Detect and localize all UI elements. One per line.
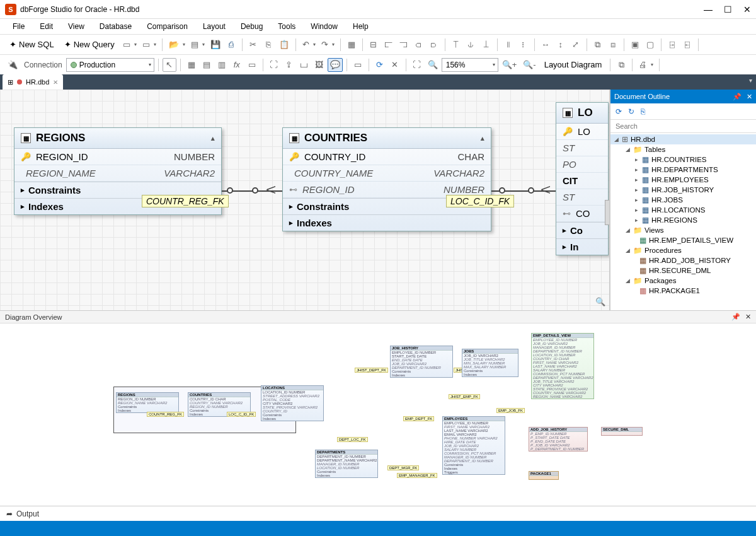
menu-tools[interactable]: Tools	[272, 20, 302, 33]
fk-label-countr-reg[interactable]: COUNTR_REG_FK	[142, 195, 229, 207]
entity-countries[interactable]: ▦COUNTRIES▴ 🔑COUNTRY_IDCHAR COUNTRY_NAME…	[282, 127, 491, 231]
refresh-icon[interactable]: ⟳	[616, 107, 622, 116]
size-h-icon[interactable]: ↕	[554, 38, 568, 52]
view-tool-icon[interactable]: ▤	[200, 58, 214, 72]
tree-item[interactable]: ▸▦HR.REGIONS	[610, 215, 756, 225]
align-b-icon[interactable]: ⟘	[479, 38, 493, 52]
save-button[interactable]: 💾	[208, 38, 223, 52]
fk-label-loc-c-id[interactable]: LOC_C_ID_FK	[446, 195, 514, 207]
tree-item[interactable]: ▸▦HR.DEPARTMENTS	[610, 165, 756, 175]
fx-icon[interactable]: fx	[230, 58, 244, 72]
tree-root[interactable]: ◢⊞HR.dbd	[610, 134, 756, 144]
ov-emp-details[interactable]: EMP_DETAILS_VIEW EMPLOYEE_ID NUMBER JOB_…	[531, 333, 594, 399]
tree-folder-packages[interactable]: ◢📁Packages	[610, 276, 756, 286]
grid-tool-icon[interactable]: ▥	[215, 58, 229, 72]
tree-folder-views[interactable]: ◢📁Views	[610, 225, 756, 235]
crop-icon[interactable]: ⛶	[267, 58, 281, 72]
align-top-icon[interactable]: ⫏	[412, 38, 426, 52]
align-t-icon[interactable]: ⟙	[449, 38, 463, 52]
entity-locations-partial[interactable]: ▦LO 🔑LO ST PO CIT ST ⊷CO Co In	[556, 102, 609, 255]
refresh-icon[interactable]: ⟳	[373, 58, 387, 72]
ov-regions[interactable]: REGIONS REGION_ID NUMBER REGION_NAME VAR…	[116, 392, 179, 413]
stamp-icon[interactable]: ⌴	[297, 58, 311, 72]
menu-edit[interactable]: Edit	[33, 20, 59, 33]
send-back-icon[interactable]: ▢	[643, 38, 657, 52]
pin-icon[interactable]: 📌	[731, 313, 740, 321]
tree-item[interactable]: ▸▦HR.EMPLOYEES	[610, 175, 756, 185]
zoom-fit-icon[interactable]: ⛶	[410, 58, 424, 72]
locate-icon[interactable]: ⎘	[641, 107, 645, 116]
menu-file[interactable]: File	[6, 20, 31, 33]
print-icon[interactable]: 🖨	[636, 58, 655, 72]
align-m-icon[interactable]: ⫝	[464, 38, 478, 52]
panel-close-icon[interactable]: ✕	[747, 93, 752, 101]
diagram-overview[interactable]: REGIONS REGION_ID NUMBER REGION_NAME VAR…	[0, 323, 756, 506]
minimize-button[interactable]: —	[704, 4, 713, 15]
magnifier-icon[interactable]: 🔍	[425, 58, 440, 72]
close-button[interactable]: ✕	[743, 4, 751, 15]
tree-item[interactable]: ▸▦HR.LOCATIONS	[610, 205, 756, 215]
output-panel-tab[interactable]: ➦ Output	[0, 506, 756, 521]
new2-dropdown[interactable]: ▭	[140, 38, 158, 52]
collapse-icon[interactable]: ▴	[481, 134, 484, 143]
distribute-h-icon[interactable]: ⫴	[501, 38, 515, 52]
align-left-icon[interactable]: ⊟	[367, 38, 381, 52]
ov-departments[interactable]: DEPARTMENTS DEPARTMENT_ID NUMBER DEPARTM…	[315, 450, 378, 478]
tab-hrdbd[interactable]: ⊞ HR.dbd ✕	[3, 74, 63, 90]
connection-combo[interactable]: Production	[66, 58, 154, 72]
tree-item[interactable]: ▦HR.ADD_JOB_HISTORY	[610, 255, 756, 265]
tree-item[interactable]: ▦HR.PACKAGE1	[610, 286, 756, 296]
package-tool-icon[interactable]: ▭	[245, 58, 259, 72]
ov-package1[interactable]: PACKAGE1	[529, 471, 559, 480]
undo-button[interactable]: ↶	[300, 38, 318, 52]
comment-icon[interactable]: 💬	[328, 58, 343, 72]
cut-button[interactable]: ✂	[246, 38, 260, 52]
ov-jobs[interactable]: JOBS JOB_ID VARCHAR2 JOB_TITLE VARCHAR2 …	[462, 349, 518, 377]
link-icon[interactable]: ⍈	[665, 38, 679, 52]
section-constraints[interactable]: Co	[556, 222, 608, 238]
menu-window[interactable]: Window	[304, 20, 344, 33]
image-icon[interactable]: 🖼	[312, 58, 326, 72]
menu-view[interactable]: View	[62, 20, 91, 33]
ungroup-icon[interactable]: ⧈	[606, 38, 620, 52]
tree-folder-procedures[interactable]: ◢📁Procedures	[610, 245, 756, 255]
bring-front-icon[interactable]: ▣	[628, 38, 642, 52]
outline-tree[interactable]: ◢⊞HR.dbd ◢📁Tables ▸▦HR.COUNTRIES ▸▦HR.DE…	[610, 133, 756, 310]
align-v-icon[interactable]: ⫐	[427, 38, 441, 52]
link2-icon[interactable]: ⍇	[680, 38, 694, 52]
ov-locations[interactable]: LOCATIONS LOCATION_ID NUMBER STREET_ADDR…	[261, 385, 324, 421]
tree-item[interactable]: ▸▦HR.JOBS	[610, 195, 756, 205]
zoom-combo[interactable]: 156%	[442, 58, 498, 72]
align-center-icon[interactable]: ⫍	[382, 38, 396, 52]
layout-diagram-button[interactable]: Layout Diagram	[540, 58, 607, 72]
table-tool-icon[interactable]: ▦	[185, 58, 198, 72]
menu-layout[interactable]: Layout	[197, 20, 232, 33]
open-button[interactable]: 📂	[166, 38, 187, 52]
ov-secure-dml[interactable]: SECURE_DML	[601, 427, 643, 436]
zoom-out-icon[interactable]: 🔍-	[520, 58, 538, 72]
menu-database[interactable]: Database	[93, 20, 138, 33]
maximize-button[interactable]: ☐	[724, 4, 732, 15]
search-canvas-icon[interactable]: 🔍	[595, 297, 605, 306]
paste-button[interactable]: 📋	[277, 38, 292, 52]
ov-add-job-history[interactable]: ADD_JOB_HISTORY P_EMP_ID NUMBER P_START_…	[529, 427, 588, 452]
export-icon[interactable]: ⇪	[282, 58, 296, 72]
new-sql-button[interactable]: ✦New SQL	[5, 38, 59, 52]
outline-search-input[interactable]	[610, 120, 756, 133]
section-indexes[interactable]: In	[556, 238, 608, 255]
save-all-button[interactable]: ⎙	[224, 38, 238, 52]
delete-icon[interactable]: ✕	[388, 58, 402, 72]
size-both-icon[interactable]: ⤢	[569, 38, 583, 52]
open2-button[interactable]: ▤	[188, 38, 207, 52]
tree-item[interactable]: ▦HR.SECURE_DML	[610, 265, 756, 276]
tree-item[interactable]: ▸▦HR.JOB_HISTORY	[610, 185, 756, 195]
reload-icon[interactable]: ↻	[628, 107, 634, 116]
group-icon[interactable]: ⧉	[591, 38, 605, 52]
menu-help[interactable]: Help	[346, 20, 375, 33]
new-dropdown[interactable]: ▭	[120, 38, 139, 52]
pointer-tool[interactable]: ↖	[163, 58, 176, 72]
pin-icon[interactable]: 📌	[733, 93, 742, 101]
container-icon[interactable]: ▭	[351, 58, 365, 72]
redo-button[interactable]: ↷	[319, 38, 336, 52]
new-query-button[interactable]: ✦New Query	[60, 38, 119, 52]
